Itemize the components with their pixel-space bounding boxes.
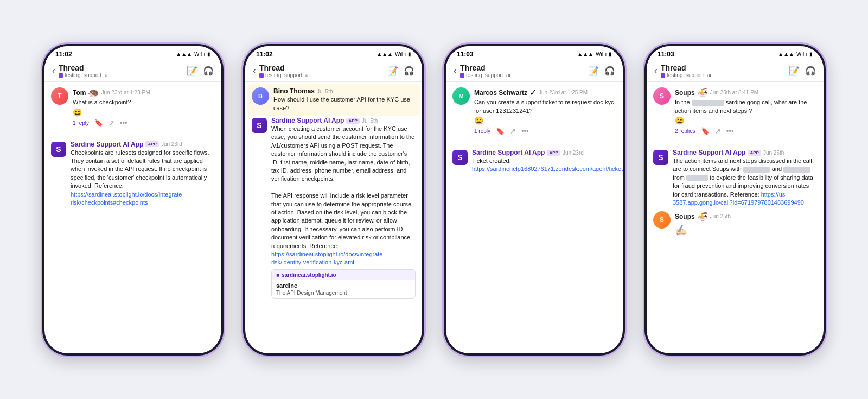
messages-area-4: S Soups 🍜 Jun 25th at 8:41 PM In the sar… bbox=[647, 82, 824, 353]
messages-area-3: M Marcos Schwartz ✓ Jun 23rd at 1:25 PM … bbox=[446, 82, 623, 353]
reply-count-marcos[interactable]: 1 reply bbox=[474, 127, 490, 135]
marcos-sender-name: Marcos Schwartz bbox=[474, 89, 527, 97]
headphone-icon-2[interactable]: 🎧 bbox=[404, 66, 414, 76]
sardine-message-row-2: S Sardine Support AI App APP Jul 5th bbox=[252, 117, 416, 299]
subtitle-dot-4 bbox=[661, 73, 665, 78]
sardine-letter-4: S bbox=[658, 153, 663, 162]
phone-1: 11:02 ▲▲▲ WiFi ▮ ‹ Thread bbox=[41, 42, 225, 357]
thread-header-left-4: ‹ Thread testing_support_ai bbox=[654, 64, 711, 79]
redacted-3 bbox=[783, 167, 810, 173]
marcos-message-block: M Marcos Schwartz ✓ Jun 23rd at 1:25 PM … bbox=[452, 87, 616, 135]
thread-title-group-2: Thread testing_support_ai bbox=[259, 64, 310, 79]
headphone-icon-3[interactable]: 🎧 bbox=[604, 66, 615, 76]
back-button-1[interactable]: ‹ bbox=[52, 65, 55, 77]
avatar-soups: S bbox=[653, 87, 671, 105]
soups-followup-time: Jun 25th bbox=[710, 213, 731, 219]
note-icon-2[interactable]: 📝 bbox=[387, 66, 398, 76]
app-badge-3: APP bbox=[547, 150, 560, 156]
sardine-letter-1: S bbox=[56, 145, 61, 154]
divider-1 bbox=[51, 134, 215, 134]
sardine-sender-name-3: Sardine Support AI App bbox=[472, 149, 545, 156]
status-bar-4: 11:03 ▲▲▲ WiFi ▮ bbox=[647, 46, 824, 60]
sardine-sender-name-1: Sardine Support AI App bbox=[71, 141, 143, 148]
note-icon-3[interactable]: 📝 bbox=[588, 66, 599, 76]
phones-container: 11:02 ▲▲▲ WiFi ▮ ‹ Thread bbox=[41, 42, 827, 357]
thread-subtitle-1: testing_support_ai bbox=[59, 72, 109, 78]
bookmark-icon-soups[interactable]: 🔖 bbox=[701, 127, 710, 135]
sardine-message-block-3: S Sardine Support AI App APP Jun 23rd bbox=[452, 149, 616, 174]
sardine-letter-2: S bbox=[257, 121, 261, 130]
sardine-sender-row-4: Sardine Support AI App APP Jun 25th bbox=[673, 149, 817, 156]
note-icon-4[interactable]: 📝 bbox=[789, 66, 800, 76]
avatar-soups2: S bbox=[653, 211, 671, 229]
headphone-icon-4[interactable]: 🎧 bbox=[805, 66, 816, 76]
thread-title-group-4: Thread testing_support_ai bbox=[661, 64, 711, 79]
status-time-2: 11:02 bbox=[256, 50, 273, 58]
note-icon-1[interactable]: 📝 bbox=[187, 66, 197, 76]
link-preview-icon: ■ bbox=[276, 272, 279, 278]
soups-time: Jun 25th at 8:41 PM bbox=[710, 90, 759, 96]
sardine-link-1[interactable]: https://sardineai.stoplight.io/docs/inte… bbox=[71, 191, 184, 206]
sardine-sender-row-2: Sardine Support AI App APP Jul 5th bbox=[271, 117, 416, 124]
marcos-content: Marcos Schwartz ✓ Jun 23rd at 1:25 PM Ca… bbox=[474, 87, 616, 125]
soups-followup-content: Soups 🍜 Jun 25th ✍🏻 bbox=[675, 211, 817, 236]
status-icons-3: ▲▲▲ WiFi ▮ bbox=[577, 51, 612, 57]
soups-followup-block: S Soups 🍜 Jun 25th ✍🏻 bbox=[653, 211, 817, 236]
phone-3: 11:03 ▲▲▲ WiFi ▮ ‹ Thread bbox=[442, 42, 627, 357]
sardine-time-3: Jun 23rd bbox=[563, 150, 584, 156]
redacted-2 bbox=[743, 167, 770, 173]
bookmark-icon-marcos[interactable]: 🔖 bbox=[496, 127, 505, 135]
phone-3-outer: 11:03 ▲▲▲ WiFi ▮ ‹ Thread bbox=[442, 42, 627, 357]
headphone-icon-1[interactable]: 🎧 bbox=[203, 66, 214, 76]
app-badge-1: APP bbox=[145, 141, 158, 147]
marcos-emoji: ✓ bbox=[529, 87, 537, 98]
more-icon-marcos[interactable]: ••• bbox=[521, 127, 529, 135]
thread-title-group-1: Thread testing_support_ai bbox=[59, 64, 109, 79]
app-badge-2: APP bbox=[346, 118, 359, 124]
bookmark-icon-tom[interactable]: 🔖 bbox=[94, 119, 103, 127]
phone-3-inner: 11:03 ▲▲▲ WiFi ▮ ‹ Thread bbox=[444, 44, 625, 356]
soups-text: In the sardine gong call, what are the a… bbox=[675, 98, 817, 115]
thread-header-left-3: ‹ Thread testing_support_ai bbox=[454, 64, 510, 79]
back-button-4[interactable]: ‹ bbox=[654, 65, 658, 77]
sardine-long-text: When creating a customer account for the… bbox=[271, 125, 416, 267]
phone-1-outer: 11:02 ▲▲▲ WiFi ▮ ‹ Thread bbox=[41, 42, 225, 357]
phone-3-screen: 11:03 ▲▲▲ WiFi ▮ ‹ Thread bbox=[446, 46, 623, 353]
more-icon-tom[interactable]: ••• bbox=[120, 119, 127, 127]
share-icon-tom[interactable]: ↗ bbox=[108, 119, 114, 127]
sardine-sender-name-2: Sardine Support AI App bbox=[271, 117, 344, 124]
sardine-message-block-4: S Sardine Support AI App APP Jun 25th bbox=[653, 149, 817, 207]
signal-icon-1: ▲▲▲ bbox=[176, 51, 192, 57]
soups-message-block: S Soups 🍜 Jun 25th at 8:41 PM In the sar… bbox=[653, 87, 817, 135]
phone-2-screen: 11:02 ▲▲▲ WiFi ▮ ‹ Thread bbox=[245, 46, 422, 353]
sardine-message-block-2: S Sardine Support AI App APP Jul 5th bbox=[252, 117, 416, 299]
reply-count-soups[interactable]: 2 replies bbox=[675, 127, 695, 135]
thread-header-1: ‹ Thread testing_support_ai 📝 bbox=[44, 60, 221, 83]
soups-signature: ✍🏻 bbox=[674, 224, 687, 237]
thread-title-group-3: Thread testing_support_ai bbox=[460, 64, 510, 79]
back-button-2[interactable]: ‹ bbox=[253, 65, 256, 77]
share-icon-marcos[interactable]: ↗ bbox=[510, 127, 516, 135]
sender-name-tom: Tom bbox=[73, 89, 86, 97]
marcos-time: Jun 23rd at 1:25 PM bbox=[539, 90, 588, 96]
soups-followup-row: S Soups 🍜 Jun 25th ✍🏻 bbox=[653, 211, 817, 236]
ticket-link[interactable]: https://sardinehelp1680276171.zendesk.co… bbox=[472, 166, 623, 172]
sardine-sender-name-4: Sardine Support AI App bbox=[673, 149, 745, 156]
more-icon-soups[interactable]: ••• bbox=[726, 127, 734, 135]
back-button-3[interactable]: ‹ bbox=[454, 65, 457, 77]
share-icon-soups[interactable]: ↗ bbox=[715, 127, 721, 135]
sardine-link-2[interactable]: https://sardineai.stoplight.io/docs/inte… bbox=[271, 251, 385, 265]
battery-icon-2: ▮ bbox=[408, 51, 411, 57]
reply-count-tom[interactable]: 1 reply bbox=[73, 119, 89, 127]
messages-area-1: T Tom 🦔 Jun 23rd at 1:23 PM What is a ch… bbox=[44, 82, 221, 353]
status-time-3: 11:03 bbox=[457, 50, 474, 58]
phone-2-outer: 11:02 ▲▲▲ WiFi ▮ ‹ Thread bbox=[241, 42, 426, 357]
status-time-4: 11:03 bbox=[658, 50, 674, 58]
sardine-message-block-1: S Sardine Support AI App APP Jun 23rd bbox=[51, 141, 215, 207]
soups-content: Soups 🍜 Jun 25th at 8:41 PM In the sardi… bbox=[675, 87, 817, 125]
thread-header-right-4: 📝 🎧 bbox=[789, 66, 816, 76]
link-preview-domain: sardineai.stoplight.io bbox=[282, 272, 336, 278]
phone-1-inner: 11:02 ▲▲▲ WiFi ▮ ‹ Thread bbox=[42, 44, 224, 356]
gong-link[interactable]: https://us-3587.app.gong.io/call?id=6719… bbox=[673, 191, 804, 206]
phone-4-outer: 11:03 ▲▲▲ WiFi ▮ ‹ Thread bbox=[643, 42, 827, 357]
